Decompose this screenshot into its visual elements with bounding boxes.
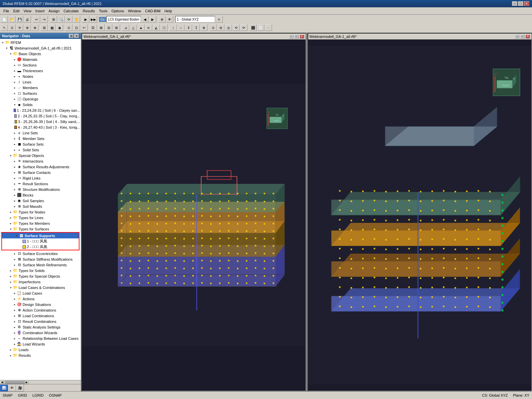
minimize-button[interactable]: ─	[512, 1, 517, 6]
tree-arrow-lines[interactable]: ▸	[13, 80, 17, 84]
tree-item-surface-results-adj[interactable]: ▸◈Surface Results Adjustments	[0, 164, 81, 170]
tree-arrow-imperfections[interactable]: ▸	[9, 280, 13, 284]
tb2-22[interactable]: ↕	[170, 24, 177, 31]
tree-arrow-nodes[interactable]: ▸	[13, 75, 17, 78]
hscroll-thumb[interactable]	[5, 381, 25, 384]
tree-item-nodes[interactable]: ▸•Nodes	[0, 73, 81, 79]
menu-view[interactable]: View	[22, 8, 34, 14]
tree-item-loads[interactable]: ▸📁Loads	[0, 347, 81, 352]
tree-item-structure-mods[interactable]: ▸⊕Structure Modifications	[0, 187, 81, 192]
tree-item-result-combinations[interactable]: ▸⊡Result Combinations	[0, 319, 81, 324]
tree-arrow-structure-mods[interactable]: ▸	[13, 188, 17, 191]
tree-item-ss-item2[interactable]: 2 - □□□ 凤凰	[2, 244, 79, 250]
tree-arrow-actions[interactable]: ▸	[13, 297, 17, 301]
tb-view-mode[interactable]: 👁	[166, 16, 173, 23]
tree-item-soil-massifs[interactable]: ▸⊗Soil Massifs	[0, 203, 81, 209]
vp-right-maximize[interactable]: □	[520, 35, 525, 39]
vp-left-minimize[interactable]: ─	[289, 35, 294, 39]
tree-arrow-openings[interactable]: ▸	[13, 97, 17, 101]
tree-item-surface-eccentricities[interactable]: ▸⊡Surface Eccentricities	[0, 251, 81, 256]
tb2-24[interactable]: ⇕	[185, 24, 192, 31]
tree-item-solid3[interactable]: 3 - 25,26,36-39 | Soil | 4 - Silty sand,…	[0, 119, 81, 124]
tree-arrow-load-cases-combo[interactable]: ▾	[9, 286, 13, 289]
tree-item-special-objects[interactable]: ▾📁Special Objects	[0, 153, 81, 158]
tree-arrow-solid-sets[interactable]: ▸	[13, 148, 17, 152]
tb2-11[interactable]: ⊢	[80, 24, 88, 31]
menu-calculate[interactable]: Calculate	[62, 8, 81, 14]
vp-right-minimize[interactable]: ─	[515, 35, 519, 39]
tb2-31[interactable]: ⟳	[240, 24, 247, 31]
menu-results[interactable]: Results	[81, 8, 97, 14]
tb2-13[interactable]: ⊠	[97, 24, 105, 31]
tb2-34[interactable]: ⬝	[265, 24, 272, 31]
tree-arrow-solids[interactable]: ▾	[13, 103, 17, 106]
menu-file[interactable]: File	[1, 8, 11, 14]
tb2-3[interactable]: ✢	[16, 24, 23, 31]
tb-save[interactable]: 💾	[16, 16, 23, 23]
tb2-14[interactable]: ⊟	[105, 24, 112, 31]
tree-arrow-loads[interactable]: ▸	[9, 348, 13, 351]
menu-cadbim[interactable]: CAD-BIM	[143, 8, 162, 14]
tree-item-imperfections[interactable]: ▸📁Imperfections	[0, 279, 81, 285]
tb-open[interactable]: 📂	[8, 16, 16, 23]
menu-window[interactable]: Window	[126, 8, 143, 14]
viewport-right-canvas[interactable]: Front R Top -Y	[308, 40, 532, 391]
tb2-5[interactable]: ⊗	[31, 24, 39, 31]
tree-item-line-sets[interactable]: ▸≡Line Sets	[0, 130, 81, 136]
tb2-2[interactable]: ⊙	[8, 24, 16, 31]
tree-arrow-result-sections[interactable]: ▸	[13, 182, 17, 186]
nav-tab-data[interactable]: 📊	[0, 385, 8, 391]
tb-rotate[interactable]: ⟳	[65, 16, 72, 23]
tree-item-solid4[interactable]: 4 - 26,27,40-43 | Soil | 3 - Kies, tonig…	[0, 124, 81, 130]
nav-hscroll[interactable]: ◀ ▶	[0, 380, 81, 384]
tree-item-model[interactable]: ▾🏗Webinarmodell_GA-1_all.rf6 | 2021	[0, 45, 81, 51]
tree-item-thicknesses[interactable]: ▸▬Thicknesses	[0, 68, 81, 73]
tree-arrow-model[interactable]: ▾	[5, 47, 9, 50]
vp-left-close[interactable]: ✕	[300, 35, 304, 39]
tb2-27[interactable]: ⊙	[209, 24, 217, 31]
tb2-25[interactable]: ↧	[193, 24, 200, 31]
tree-item-load-combinations[interactable]: ▸⊞Load Combinations	[0, 313, 81, 319]
tb-calc[interactable]: ▶	[82, 16, 89, 23]
tree-arrow-basic-objects[interactable]: ▾	[9, 52, 13, 56]
nav-tab-display[interactable]: 👁	[8, 385, 16, 391]
menu-edit[interactable]: Edit	[11, 8, 22, 14]
tree-arrow-types-special[interactable]: ▸	[9, 275, 13, 278]
tree-item-static-analysis[interactable]: ▸⚙Static Analysis Settings	[0, 324, 81, 330]
tree-arrow-design-situations[interactable]: ▸	[13, 303, 17, 306]
tb2-10[interactable]: ⊡	[73, 24, 80, 31]
tree-item-soil-samples[interactable]: ▸◉Soil Samples	[0, 198, 81, 203]
tree-arrow-action-combinations[interactable]: ▸	[13, 309, 17, 312]
vp-right-close[interactable]: ✕	[525, 35, 530, 39]
menu-insert[interactable]: Insert	[33, 8, 47, 14]
tree-item-action-combinations[interactable]: ▸⊕Action Combinations	[0, 307, 81, 313]
tb2-21[interactable]: ⬡	[160, 24, 168, 31]
tree-item-member-sets[interactable]: ▸⟪Member Sets	[0, 136, 81, 141]
tree-item-surface-supports[interactable]: ▾▨Surface Supports➤	[2, 233, 79, 238]
tb2-33[interactable]: ⬜	[257, 24, 264, 31]
tree-arrow-result-combinations[interactable]: ▸	[13, 320, 17, 323]
tree-item-blocks[interactable]: ▸⬛Blocks	[0, 192, 81, 198]
tree-item-lines[interactable]: ▸/Lines	[0, 79, 81, 85]
tree-arrow-soil-samples[interactable]: ▸	[13, 199, 17, 202]
nav-tab-view[interactable]: 🎥	[16, 385, 24, 391]
tb-coord-set[interactable]: ≡	[215, 16, 223, 23]
tb2-23[interactable]: ↔	[177, 24, 185, 31]
tb2-18[interactable]: ▲	[137, 24, 145, 31]
close-button[interactable]: ✕	[524, 1, 529, 6]
tree-arrow-surface-stiffness-mods[interactable]: ▸	[13, 258, 17, 261]
tb2-8[interactable]: ◉	[56, 24, 63, 31]
tree-arrow-intersections[interactable]: ▸	[13, 160, 17, 163]
tb-zoom-in[interactable]: 🔍	[58, 16, 65, 23]
tree-arrow-rel-between-loads[interactable]: ▸	[13, 337, 17, 340]
tree-arrow-blocks[interactable]: ▸	[13, 194, 17, 197]
tree-item-basic-objects[interactable]: ▾📁Basic Objects	[0, 51, 81, 57]
viewport-left-canvas[interactable]: Front R Top -Y	[82, 40, 306, 391]
tree-item-openings[interactable]: ▸⬜Openings	[0, 96, 81, 102]
tree-item-ss-item1[interactable]: 1 - □□□ 凤凰	[2, 238, 79, 244]
tb-lc-next[interactable]: ▶	[149, 16, 156, 23]
tree-item-members[interactable]: ▸⟋Members	[0, 85, 81, 90]
tree-arrow-load-cases[interactable]: ▸	[13, 292, 17, 295]
hscroll-right[interactable]: ▶	[25, 381, 29, 384]
tb2-26[interactable]: ⊕	[200, 24, 207, 31]
